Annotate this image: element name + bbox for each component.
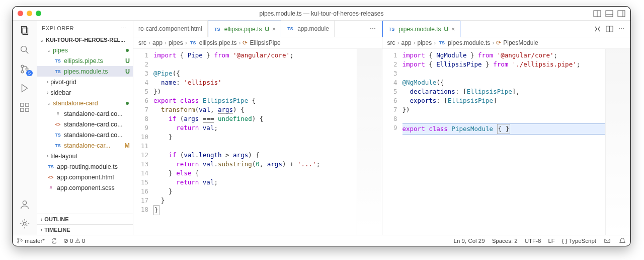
main: EXPLORER ⋯ ⌄ KUI-TOUR-OF-HEROES-REL... ⌄… xyxy=(13,21,630,235)
status-bar: master* ⊘ 0 ⚠ 0 Ln 9, Col 29 Spaces: 2 U… xyxy=(13,235,630,246)
breadcrumbs-right[interactable]: src›app›pipes›TSpipes.module.ts›⟳PipesMo… xyxy=(382,37,631,49)
file-type-icon: TS xyxy=(286,25,294,33)
chevron-icon: › xyxy=(47,153,48,159)
code-content[interactable]: import { NgModule } from '@angular/core'… xyxy=(403,49,606,235)
problems-indicator[interactable]: ⊘ 0 ⚠ 0 xyxy=(63,237,85,244)
chevron-down-icon: ⌄ xyxy=(40,37,44,43)
file-item[interactable]: TSstandalone-car...M xyxy=(37,140,133,151)
more-icon[interactable]: ⋯ xyxy=(120,24,128,32)
zoom-window-button[interactable] xyxy=(36,11,41,16)
feedback-icon[interactable] xyxy=(603,237,611,245)
svg-rect-4 xyxy=(618,11,625,17)
explorer-icon[interactable] xyxy=(19,25,31,37)
breadcrumb-item[interactable]: EllipsisPipe xyxy=(250,39,280,46)
panel-right-icon[interactable] xyxy=(617,10,625,18)
file-type-icon: TS xyxy=(54,131,62,139)
file-type-icon: TS xyxy=(189,39,197,47)
editor-tab[interactable]: TSellipsis.pipe.tsU× xyxy=(208,21,281,37)
editor-tab[interactable]: ro-card.component.html xyxy=(133,21,208,37)
indent-indicator[interactable]: Spaces: 2 xyxy=(492,238,518,244)
breadcrumb-item[interactable]: pipes xyxy=(418,39,432,46)
file-item[interactable]: TSstandalone-card.co... xyxy=(37,129,133,140)
minimize-window-button[interactable] xyxy=(27,11,32,16)
folder-item[interactable]: ⌄standalone-card xyxy=(37,98,133,108)
bell-icon[interactable] xyxy=(618,237,626,245)
svg-rect-7 xyxy=(23,28,28,35)
file-type-icon: # xyxy=(54,110,62,118)
timeline-section[interactable]: › TIMELINE xyxy=(37,224,133,235)
settings-gear-icon[interactable] xyxy=(19,218,31,230)
close-window-button[interactable] xyxy=(18,11,23,16)
cursor-position[interactable]: Ln 9, Col 29 xyxy=(454,238,485,244)
breadcrumb-item[interactable]: src xyxy=(387,39,395,46)
more-icon[interactable]: ⋯ xyxy=(369,25,377,33)
code-area-left[interactable]: 123456789101112131415161718 import { Pip… xyxy=(133,49,382,235)
svg-point-8 xyxy=(21,46,27,52)
sync-indicator[interactable] xyxy=(51,237,57,244)
file-tree: ⌄pipesTSellipsis.pipe.tsUTSpipes.module.… xyxy=(37,44,133,194)
svg-point-18 xyxy=(23,222,26,225)
branch-indicator[interactable]: master* xyxy=(17,237,45,244)
file-item[interactable]: #standalone-card.co... xyxy=(37,108,133,119)
encoding-indicator[interactable]: UTF-8 xyxy=(525,238,541,244)
folder-name: pivot-grid xyxy=(50,79,76,86)
minimap[interactable] xyxy=(357,49,382,235)
eol-indicator[interactable]: LF xyxy=(548,238,554,244)
workspace-section[interactable]: ⌄ KUI-TOUR-OF-HEROES-REL... xyxy=(37,36,133,44)
language-indicator[interactable]: { } TypeScript xyxy=(562,238,596,244)
svg-point-21 xyxy=(18,238,19,240)
account-icon[interactable] xyxy=(19,199,31,211)
folder-item[interactable]: ›tile-layout xyxy=(37,151,133,161)
outline-section[interactable]: › OUTLINE xyxy=(37,214,133,224)
more-icon[interactable]: ⋯ xyxy=(617,25,625,33)
run-debug-icon[interactable] xyxy=(19,82,31,94)
svg-rect-6 xyxy=(22,27,27,33)
source-control-icon[interactable] xyxy=(19,63,31,75)
file-item[interactable]: <>app.component.html xyxy=(37,172,133,182)
code-area-right[interactable]: 123456789 import { NgModule } from '@ang… xyxy=(382,49,631,235)
breadcrumb-item[interactable]: ellipsis.pipe.ts xyxy=(199,39,237,46)
panel-bottom-icon[interactable] xyxy=(605,10,613,18)
split-icon[interactable] xyxy=(605,25,613,33)
search-icon[interactable] xyxy=(19,44,31,56)
chevron-right-icon: › xyxy=(41,217,42,222)
tab-label: pipes.module.ts xyxy=(399,26,441,33)
close-icon[interactable]: × xyxy=(272,26,276,33)
file-item[interactable]: #app.component.scss xyxy=(37,182,133,193)
git-modified-badge: M xyxy=(125,142,130,149)
file-item[interactable]: <>standalone-card.co... xyxy=(37,119,133,129)
workspace-name: KUI-TOUR-OF-HEROES-REL... xyxy=(46,37,125,43)
breadcrumbs-left[interactable]: src›app›pipes›TSellipsis.pipe.ts›⟳Ellips… xyxy=(133,37,382,49)
editor-tab[interactable]: TSapp.module xyxy=(281,21,335,37)
file-item[interactable]: TSapp-routing.module.ts xyxy=(37,161,133,172)
file-name: app.component.html xyxy=(57,174,114,181)
panel-layout-icon[interactable] xyxy=(593,10,601,18)
compare-icon[interactable] xyxy=(593,25,601,33)
titlebar: pipes.module.ts — kui-tour-of-heroes-rel… xyxy=(13,7,630,21)
breadcrumb-item[interactable]: app xyxy=(152,39,163,46)
chevron-icon: ⌄ xyxy=(47,100,51,106)
file-name: standalone-card.co... xyxy=(64,110,123,117)
sidebar: EXPLORER ⋯ ⌄ KUI-TOUR-OF-HEROES-REL... ⌄… xyxy=(37,21,133,235)
folder-item[interactable]: ›sidebar xyxy=(37,87,133,98)
extensions-icon[interactable] xyxy=(19,101,31,113)
gutter: 123456789101112131415161718 xyxy=(133,49,153,235)
minimap[interactable] xyxy=(605,49,630,235)
file-item[interactable]: TSellipsis.pipe.tsU xyxy=(37,55,133,66)
file-item[interactable]: TSpipes.module.tsU xyxy=(37,66,133,77)
breadcrumb-item[interactable]: app xyxy=(401,39,412,46)
git-untracked-badge: U xyxy=(444,26,449,33)
breadcrumb-item[interactable]: pipes.module.ts xyxy=(448,39,490,46)
breadcrumb-item[interactable]: src xyxy=(138,39,146,46)
folder-item[interactable]: ›pivot-grid xyxy=(37,77,133,87)
breadcrumb-item[interactable]: PipesModule xyxy=(503,39,538,46)
editor-group: ro-card.component.htmlTSellipsis.pipe.ts… xyxy=(133,21,630,235)
folder-item[interactable]: ⌄pipes xyxy=(37,45,133,55)
chevron-right-icon: › xyxy=(148,39,150,46)
editor-tab[interactable]: TSpipes.module.tsU× xyxy=(382,21,461,37)
close-icon[interactable]: × xyxy=(451,26,455,33)
breadcrumb-item[interactable]: pipes xyxy=(169,39,183,46)
svg-point-12 xyxy=(26,68,28,71)
code-content[interactable]: import { Pipe } from '@angular/core'; @P… xyxy=(153,49,357,235)
svg-line-9 xyxy=(26,51,29,54)
